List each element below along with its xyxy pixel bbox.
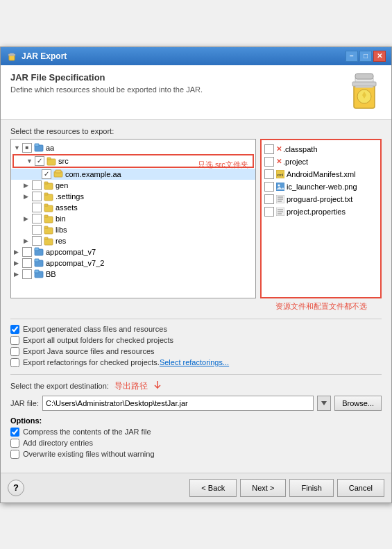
tree-item-assets[interactable]: assets (11, 202, 255, 213)
checkbox-aa[interactable] (22, 143, 32, 153)
tree-item-libs[interactable]: libs (11, 224, 255, 235)
svg-rect-10 (35, 144, 39, 146)
tree-item-res[interactable]: ▶ res (11, 235, 255, 246)
checkbox-appcompat[interactable] (22, 247, 32, 257)
option-row-java: Export Java source files and resources (10, 347, 382, 356)
dest-label-row: Select the export destination: 导出路径 (10, 380, 382, 392)
label-export-java: Export Java source files and resources (23, 347, 155, 355)
checkbox-src[interactable] (35, 156, 44, 166)
back-button[interactable]: < Back (189, 479, 237, 497)
svg-rect-30 (35, 259, 39, 262)
tree-item-gen[interactable]: ▶ gen (11, 180, 255, 191)
dialog-title: JAR File Specification (10, 72, 203, 83)
checkbox-compress[interactable] (10, 428, 19, 437)
file-item-launcher[interactable]: ic_launcher-web.png (262, 180, 380, 193)
checkbox-gen[interactable] (32, 180, 42, 190)
file-item-classpath[interactable]: ✕ .classpath (262, 143, 380, 155)
file-label-proguard: proguard-project.txt (287, 195, 352, 203)
title-bar-buttons: − □ ✕ (346, 51, 386, 62)
checkbox-bin[interactable] (32, 214, 42, 223)
maximize-button[interactable]: □ (359, 51, 372, 62)
image-icon (276, 183, 284, 191)
browse-button[interactable]: Browse... (334, 396, 382, 411)
checkbox-bb[interactable] (22, 269, 32, 279)
checkbox-properties[interactable] (264, 207, 274, 217)
tree-item-aa[interactable]: ▼ aa (11, 142, 255, 153)
label-overwrite: Overwrite existing files without warning (23, 450, 155, 458)
svg-marker-46 (321, 401, 327, 405)
checkbox-project-file[interactable] (264, 157, 274, 167)
props-icon (276, 208, 284, 216)
svg-rect-35 (276, 183, 284, 191)
tree-label-bb: BB (46, 270, 56, 278)
tree-arrow-gen: ▶ (24, 182, 32, 189)
checkbox-res[interactable] (32, 236, 42, 246)
checkbox-com[interactable] (42, 169, 51, 179)
next-button[interactable]: Next > (240, 479, 286, 497)
header-area: JAR File Specification Define which reso… (1, 65, 391, 120)
tree-label-libs: libs (56, 226, 67, 234)
checkbox-classpath[interactable] (264, 144, 274, 154)
tree-arrow-bb: ▶ (14, 271, 22, 278)
jar-file-label: JAR file: (10, 399, 39, 407)
checkbox-export-class[interactable] (10, 325, 19, 334)
checkbox-adddir[interactable] (10, 439, 19, 448)
tree-label-aa: aa (46, 144, 54, 152)
checkbox-export-output[interactable] (10, 336, 19, 345)
tree-arrow-appcompat: ▶ (14, 248, 22, 255)
checkbox-appcompat2[interactable] (22, 258, 32, 268)
svg-rect-14 (56, 170, 61, 173)
label-compress: Compress the contents of the JAR file (23, 428, 151, 436)
dest-annotation: 导出路径 (114, 380, 148, 392)
dest-label-text: Select the export destination: (10, 382, 109, 390)
checkbox-export-refactor[interactable] (10, 358, 19, 367)
cancel-button[interactable]: Cancel (337, 479, 384, 497)
checkbox-libs[interactable] (32, 225, 42, 235)
file-item-proguard[interactable]: proguard-project.txt (262, 193, 380, 205)
minimize-button[interactable]: − (346, 51, 358, 62)
tree-label-appcompat2: appcompat_v7_2 (46, 259, 104, 267)
option-row-adddir: Add directory entries (10, 439, 382, 448)
files-panel[interactable]: ✕ .classpath ✕ .project (260, 139, 382, 298)
file-item-project[interactable]: ✕ .project (262, 155, 380, 168)
checkbox-assets[interactable] (32, 203, 42, 212)
tree-arrow-aa: ▼ (14, 144, 22, 151)
checkbox-overwrite[interactable] (10, 450, 19, 459)
file-item-properties[interactable]: project.properties (262, 205, 380, 218)
label-export-output: Export all output folders for checked pr… (23, 336, 173, 344)
checkbox-proguard[interactable] (264, 194, 274, 204)
help-button[interactable]: ? (8, 480, 24, 496)
checkbox-export-java[interactable] (10, 347, 19, 356)
tree-item-bin[interactable]: ▶ bin (11, 213, 255, 224)
folder-icon-libs (44, 225, 53, 235)
src-icon (46, 156, 56, 166)
tree-item-appcompat2[interactable]: ▶ appcompat_v7_2 (11, 257, 255, 269)
tree-label-assets: assets (56, 203, 78, 212)
tree-item-bb[interactable]: ▶ BB (11, 269, 255, 280)
button-bar: ? < Back Next > Finish Cancel (1, 473, 391, 502)
file-item-manifest[interactable]: xml AndroidManifest.xml (262, 168, 380, 180)
nav-buttons: < Back Next > Finish Cancel (189, 479, 384, 497)
close-button[interactable]: ✕ (373, 51, 386, 62)
jar-file-dropdown[interactable] (317, 396, 331, 411)
jar-file-input[interactable] (42, 396, 314, 411)
checkbox-manifest[interactable] (264, 169, 274, 179)
txt-icon (276, 195, 284, 203)
dialog-description: Define which resources should be exporte… (10, 85, 203, 94)
folder-icon-gen (44, 180, 53, 190)
option-row-output: Export all output folders for checked pr… (10, 336, 382, 345)
checkbox-settings[interactable] (32, 192, 42, 201)
x-icon-project: ✕ (276, 158, 282, 165)
label-export-refactor: Export refactorings for checked projects… (23, 358, 160, 366)
select-refactorings-link[interactable]: Select refactorings... (160, 358, 229, 366)
title-bar-left: JAR Export (6, 51, 67, 62)
jar-options-title: Options: (10, 416, 382, 425)
tree-item-com-example[interactable]: com.example.aa (11, 169, 255, 180)
label-export-class: Export generated class files and resourc… (23, 325, 167, 333)
tree-item-settings[interactable]: ▶ .settings (11, 191, 255, 202)
jar-title-icon (6, 51, 17, 62)
finish-button[interactable]: Finish (289, 479, 333, 497)
tree-item-appcompat[interactable]: ▶ appcompat_v7 (11, 246, 255, 257)
checkbox-launcher[interactable] (264, 182, 274, 192)
arrow-down-icon (151, 381, 164, 391)
